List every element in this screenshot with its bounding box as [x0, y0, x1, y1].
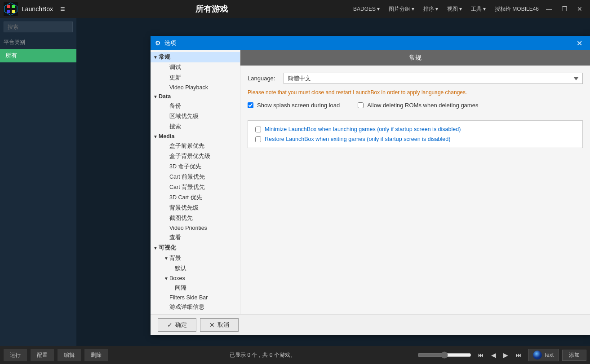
config-button[interactable]: 配置 [31, 349, 54, 361]
checkbox-group: Show splash screen during load Allow del… [248, 102, 583, 113]
svg-rect-2 [7, 5, 10, 8]
title-bar: LaunchBox ≡ 所有游戏 BADGES ▾ 图片分组 ▾ 排序 ▾ 视图… [0, 0, 590, 18]
nav-tools[interactable]: 工具 ▾ [467, 4, 489, 15]
chevron-down-icon: ▾ [377, 6, 380, 12]
tree-item-visualization[interactable]: ▼ 可视化 [151, 243, 240, 253]
minimize-checkbox[interactable] [255, 127, 261, 132]
dialog-body: ▼ 常规 调试 更新 Video Play [151, 50, 590, 314]
content-area: LaunchBox 息的游戏。 ✕ ⚙ 选项 ✕ [76, 18, 590, 346]
page-title: 所有游戏 [74, 4, 350, 14]
ok-button[interactable]: ✓ 确定 [158, 318, 196, 332]
tree-item-media[interactable]: ▼ Media [151, 132, 240, 141]
tree-item-3d-box[interactable]: 3D 盒子优先 [151, 162, 240, 172]
minimize-row: Minimize LaunchBox when launching games … [255, 126, 575, 132]
svg-rect-4 [7, 10, 10, 13]
minimize-button[interactable]: — [542, 2, 556, 16]
tree-item-region-priority[interactable]: 区域优先级 [151, 111, 240, 122]
user-badge: 授权给 MOBILE46 [495, 5, 539, 13]
tree-item-default[interactable]: 默认 [151, 263, 240, 274]
tree-item-cart-front[interactable]: Cart 前景优先 [151, 172, 240, 182]
tree-item-background-priority[interactable]: 背景优先级 [151, 203, 240, 213]
minimize-label: Minimize LaunchBox when launching games … [265, 126, 461, 132]
tree-item-game-details[interactable]: 游戏详细信息 [151, 302, 240, 312]
allow-deleting-row: Allow deleting ROMs when deleting games [358, 102, 478, 109]
chevron-down-icon: ▾ [483, 6, 486, 12]
show-splash-checkbox[interactable] [248, 102, 253, 108]
checkmark-icon: ✓ [167, 321, 173, 329]
run-button[interactable]: 运行 [4, 349, 27, 361]
edit-button[interactable]: 编辑 [58, 349, 81, 361]
restore-checkbox[interactable] [255, 136, 261, 142]
collapse-icon: ▼ [163, 276, 169, 281]
delete-button[interactable]: 删除 [84, 349, 108, 361]
tree-item-video-priorities[interactable]: Video Priorities [151, 224, 240, 232]
hamburger-icon[interactable]: ≡ [60, 4, 65, 14]
play-button[interactable]: ▶ [501, 351, 511, 360]
tree-item-video-playback[interactable]: Video Playback [151, 83, 240, 92]
options-dialog: ⚙ 选项 ✕ ▼ 常规 调试 [151, 36, 590, 335]
collapse-icon: ▼ [152, 134, 159, 139]
allow-deleting-label: Allow deleting ROMs when deleting games [367, 102, 478, 109]
svg-rect-5 [12, 10, 15, 13]
restore-label: Restore LaunchBox when exiting games (on… [265, 136, 450, 142]
tree-item-boxes[interactable]: ▼ Boxes [151, 274, 240, 283]
tree-item-screenshot[interactable]: 截图优先 [151, 213, 240, 224]
tree-item-cart-back[interactable]: Cart 背景优先 [151, 182, 240, 193]
chevron-down-icon: ▾ [412, 6, 414, 12]
options-box: Minimize LaunchBox when launching games … [248, 120, 583, 148]
tree-item-data[interactable]: ▼ Data [151, 92, 240, 101]
media-nav: ⏮ ◀ ▶ ⏭ [475, 351, 524, 360]
tree-item-3d-cart[interactable]: 3D Cart 优先 [151, 193, 240, 203]
dialog-close-button[interactable]: ✕ [573, 37, 586, 49]
prev-button[interactable]: ◀ [488, 351, 499, 360]
collapse-icon: ▼ [152, 55, 159, 60]
window-controls: — ❐ ✕ [542, 2, 586, 16]
nav-image-group[interactable]: 图片分组 ▾ [385, 4, 418, 15]
tree-item-debug[interactable]: 调试 [151, 62, 240, 73]
tree-item-update[interactable]: 更新 [151, 73, 240, 83]
cancel-button[interactable]: ✕ 取消 [200, 318, 239, 332]
tree-item-view[interactable]: 查看 [151, 232, 240, 243]
close-button[interactable]: ✕ [573, 2, 586, 16]
nav-view[interactable]: 视图 ▾ [444, 4, 466, 15]
x-icon: ✕ [209, 321, 215, 329]
tree-item-box-back[interactable]: 盒子背景优先级 [151, 151, 240, 162]
language-row: Language: 簡體中文 [248, 73, 583, 84]
add-button[interactable]: 添加 [562, 350, 586, 361]
restore-button[interactable]: ❐ [558, 2, 571, 16]
app-logo [4, 2, 18, 16]
tree-item-background[interactable]: ▼ 背景 [151, 253, 240, 263]
prev-prev-button[interactable]: ⏮ [475, 351, 487, 360]
content-pane-body: Language: 簡體中文 Please note that you must… [240, 66, 590, 161]
zoom-slider[interactable] [417, 351, 471, 359]
status-bar: 运行 配置 编辑 删除 已显示 0 个，共 0 个游戏。 ⏮ ◀ ▶ ⏭ Tex… [0, 346, 590, 364]
mode-circle-icon [533, 351, 542, 360]
tree-item-general[interactable]: ▼ 常规 [151, 52, 240, 62]
tree-item-spacing[interactable]: 间隔 [151, 283, 240, 293]
collapse-icon: ▼ [152, 246, 159, 250]
gear-icon: ⚙ [155, 39, 161, 47]
tree-item-filters-sidebar[interactable]: Filters Side Bar [151, 293, 240, 302]
svg-rect-3 [12, 5, 15, 8]
tree-item-box-front[interactable]: 盒子前景优先 [151, 141, 240, 151]
mode-button[interactable]: Text [528, 349, 559, 361]
app-name: LaunchBox [22, 5, 53, 13]
content-pane: 常规 Language: 簡體中文 Please note that you m… [240, 50, 590, 314]
sidebar-item-all[interactable]: 所有 [0, 49, 76, 62]
nav-badges[interactable]: BADGES ▾ [350, 4, 383, 15]
language-select[interactable]: 簡體中文 [284, 73, 583, 84]
zoom-slider-area [417, 351, 471, 359]
sidebar-platform-label: 平台类别 [0, 36, 76, 49]
search-input[interactable] [4, 22, 73, 32]
top-nav: BADGES ▾ 图片分组 ▾ 排序 ▾ 视图 ▾ 工具 ▾ [350, 4, 489, 15]
dialog-titlebar: ⚙ 选项 ✕ [151, 36, 590, 50]
tree-item-backup[interactable]: 备份 [151, 101, 240, 111]
tree-pane: ▼ 常规 调试 更新 Video Play [151, 50, 240, 314]
tree-item-search[interactable]: 搜索 [151, 122, 240, 132]
allow-deleting-checkbox[interactable] [358, 102, 364, 108]
show-splash-row: Show splash screen during load [248, 102, 340, 109]
next-button[interactable]: ⏭ [513, 351, 524, 360]
dialog-title: 选项 [164, 39, 573, 47]
nav-sort[interactable]: 排序 ▾ [420, 4, 442, 15]
language-note: Please note that you must close and rest… [248, 89, 583, 96]
